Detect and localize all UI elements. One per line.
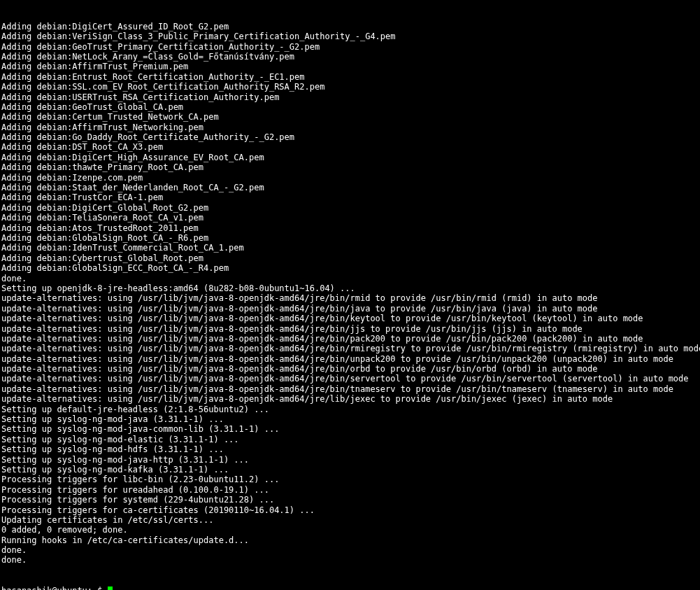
output-line: Adding debian:Entrust_Root_Certification…: [1, 72, 699, 82]
output-line: Adding debian:Izenpe.com.pem: [1, 173, 699, 183]
output-line: Adding debian:SSL.com_EV_Root_Certificat…: [1, 82, 699, 92]
output-line: update-alternatives: using /usr/lib/jvm/…: [1, 364, 699, 374]
output-line: Adding debian:AffirmTrust_Premium.pem: [1, 62, 699, 71]
prompt-colon: :: [87, 586, 92, 590]
output-line: update-alternatives: using /usr/lib/jvm/…: [1, 293, 699, 303]
output-line: update-alternatives: using /usr/lib/jvm/…: [1, 304, 699, 314]
output-line: done.: [1, 545, 699, 555]
output-line: Adding debian:VeriSign_Class_3_Public_Pr…: [1, 31, 699, 41]
output-line: 0 added, 0 removed; done.: [1, 525, 699, 535]
output-line: Adding debian:GlobalSign_ECC_Root_CA_-_R…: [1, 263, 699, 273]
output-line: update-alternatives: using /usr/lib/jvm/…: [1, 374, 699, 384]
prompt-user: hasanashik: [1, 586, 52, 590]
output-line: done.: [1, 555, 699, 565]
output-line: Setting up syslog-ng-mod-kafka (3.31.1-1…: [1, 465, 699, 475]
output-line: Setting up syslog-ng-mod-java-common-lib…: [1, 424, 699, 434]
output-line: Setting up openjdk-8-jre-headless:amd64 …: [1, 283, 699, 293]
output-line: Setting up syslog-ng-mod-elastic (3.31.1…: [1, 435, 699, 444]
output-line: Adding debian:DigiCert_Assured_ID_Root_G…: [1, 22, 699, 31]
cursor: [108, 587, 113, 590]
output-line: Adding debian:IdenTrust_Commercial_Root_…: [1, 243, 699, 253]
output-line: update-alternatives: using /usr/lib/jvm/…: [1, 324, 699, 334]
output-line: Adding debian:GeoTrust_Primary_Certifica…: [1, 42, 699, 52]
output-line: Adding debian:Certum_Trusted_Network_CA.…: [1, 112, 699, 122]
output-line: Adding debian:AffirmTrust_Networking.pem: [1, 122, 699, 132]
output-line: Setting up syslog-ng-mod-hdfs (3.31.1-1)…: [1, 444, 699, 454]
output-line: Adding debian:DST_Root_CA_X3.pem: [1, 142, 699, 152]
output-line: Setting up syslog-ng-mod-java-http (3.31…: [1, 455, 699, 465]
terminal-output[interactable]: Adding debian:DigiCert_Assured_ID_Root_G…: [1, 1, 699, 590]
output-line: Adding debian:thawte_Primary_Root_CA.pem: [1, 162, 699, 172]
output-line: Adding debian:USERTrust_RSA_Certificatio…: [1, 92, 699, 102]
prompt-line[interactable]: hasanashik@ubuntu:~$: [1, 586, 699, 590]
output-line: update-alternatives: using /usr/lib/jvm/…: [1, 354, 699, 364]
prompt-symbol: $: [97, 586, 102, 590]
output-line: Adding debian:Go_Daddy_Root_Certificate_…: [1, 132, 699, 142]
output-line: update-alternatives: using /usr/lib/jvm/…: [1, 384, 699, 394]
output-line: Adding debian:Cybertrust_Global_Root.pem: [1, 253, 699, 263]
output-line: update-alternatives: using /usr/lib/jvm/…: [1, 344, 699, 353]
output-line: Adding debian:GlobalSign_Root_CA_-_R6.pe…: [1, 233, 699, 243]
output-line: Adding debian:NetLock_Arany_=Class_Gold=…: [1, 52, 699, 62]
output-line: Updating certificates in /etc/ssl/certs.…: [1, 515, 699, 525]
output-line: Processing triggers for ureadahead (0.10…: [1, 485, 699, 495]
output-line: Processing triggers for systemd (229-4ub…: [1, 495, 699, 505]
output-line: Setting up syslog-ng-mod-java (3.31.1-1)…: [1, 414, 699, 424]
output-line: Adding debian:DigiCert_Global_Root_G2.pe…: [1, 203, 699, 213]
output-line: Adding debian:Staat_der_Nederlanden_Root…: [1, 183, 699, 192]
output-line: done.: [1, 274, 699, 283]
output-line: Adding debian:TeliaSonera_Root_CA_v1.pem: [1, 213, 699, 223]
output-line: update-alternatives: using /usr/lib/jvm/…: [1, 314, 699, 323]
output-line: Adding debian:GeoTrust_Global_CA.pem: [1, 102, 699, 112]
output-line: update-alternatives: using /usr/lib/jvm/…: [1, 394, 699, 404]
output-line: Processing triggers for ca-certificates …: [1, 505, 699, 515]
output-line: Adding debian:TrustCor_ECA-1.pem: [1, 192, 699, 202]
output-line: Adding debian:DigiCert_High_Assurance_EV…: [1, 153, 699, 162]
output-line: Running hooks in /etc/ca-certificates/up…: [1, 535, 699, 545]
output-line: Adding debian:Atos_TrustedRoot_2011.pem: [1, 223, 699, 233]
output-line: Setting up default-jre-headless (2:1.8-5…: [1, 405, 699, 414]
prompt-host: ubuntu: [57, 586, 87, 590]
output-line: update-alternatives: using /usr/lib/jvm/…: [1, 334, 699, 344]
output-line: Processing triggers for libc-bin (2.23-0…: [1, 475, 699, 484]
